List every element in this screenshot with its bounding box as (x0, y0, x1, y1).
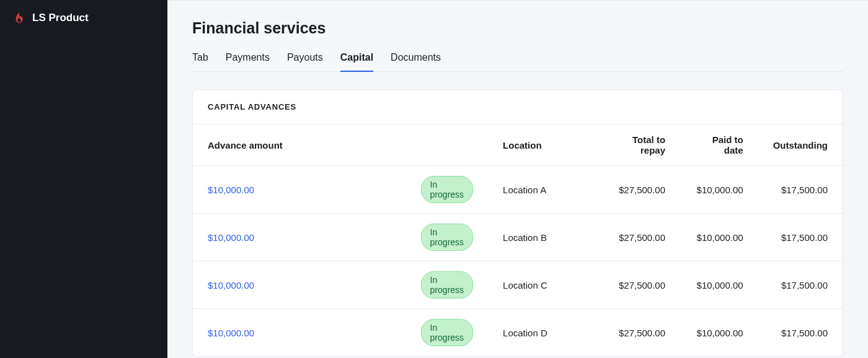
outstanding-cell: $17,500.00 (758, 309, 843, 357)
status-badge: In progress (421, 319, 473, 346)
th-location: Location (488, 124, 596, 166)
total-repay-cell: $27,500.00 (596, 309, 681, 357)
advance-amount-link[interactable]: $10,000.00 (208, 280, 254, 290)
table-row: $10,000.00 In progress Location B $27,50… (193, 214, 843, 261)
status-badge: In progress (421, 271, 473, 299)
location-cell: Location D (488, 309, 596, 357)
outstanding-cell: $17,500.00 (758, 214, 843, 261)
tabs: Tab Payments Payouts Capital Documents (192, 52, 843, 72)
advance-amount-link[interactable]: $10,000.00 (208, 328, 254, 338)
paid-to-date-cell: $10,000.00 (680, 261, 758, 309)
th-total-repay: Total to repay (596, 124, 681, 166)
location-cell: Location B (488, 214, 596, 261)
paid-to-date-cell: $10,000.00 (680, 309, 758, 357)
capital-advances-card: CAPITAL ADVANCES Advance amount Location… (192, 89, 843, 357)
th-status (406, 124, 488, 166)
tab-capital[interactable]: Capital (340, 52, 373, 72)
sidebar-header: LS Product (0, 0, 167, 36)
page-title: Financial services (192, 19, 843, 37)
status-badge: In progress (421, 224, 473, 251)
th-amount: Advance amount (193, 124, 406, 166)
tab-payouts[interactable]: Payouts (287, 52, 323, 72)
outstanding-cell: $17,500.00 (758, 261, 843, 309)
card-title: CAPITAL ADVANCES (193, 90, 843, 124)
advances-table: Advance amount Location Total to repay P… (193, 124, 843, 356)
sidebar: LS Product (0, 0, 167, 358)
main-area: Financial services Tab Payments Payouts … (167, 0, 868, 358)
product-name: LS Product (32, 12, 89, 24)
total-repay-cell: $27,500.00 (596, 214, 681, 261)
table-row: $10,000.00 In progress Location D $27,50… (193, 309, 843, 357)
status-badge: In progress (421, 176, 473, 203)
total-repay-cell: $27,500.00 (596, 261, 681, 309)
tab-tab[interactable]: Tab (192, 52, 208, 72)
paid-to-date-cell: $10,000.00 (680, 214, 758, 261)
location-cell: Location A (488, 166, 596, 214)
table-row: $10,000.00 In progress Location C $27,50… (193, 261, 843, 309)
flame-logo-icon (12, 11, 26, 25)
th-outstanding: Outstanding (758, 124, 843, 166)
content: Financial services Tab Payments Payouts … (167, 1, 868, 358)
paid-to-date-cell: $10,000.00 (680, 166, 758, 214)
tab-payments[interactable]: Payments (226, 52, 270, 72)
advance-amount-link[interactable]: $10,000.00 (208, 185, 254, 195)
total-repay-cell: $27,500.00 (596, 166, 681, 214)
location-cell: Location C (488, 261, 596, 309)
tab-documents[interactable]: Documents (391, 52, 441, 72)
advance-amount-link[interactable]: $10,000.00 (208, 232, 254, 243)
table-row: $10,000.00 In progress Location A $27,50… (193, 166, 843, 214)
outstanding-cell: $17,500.00 (758, 166, 843, 214)
th-paid-to-date: Paid to date (680, 124, 758, 166)
